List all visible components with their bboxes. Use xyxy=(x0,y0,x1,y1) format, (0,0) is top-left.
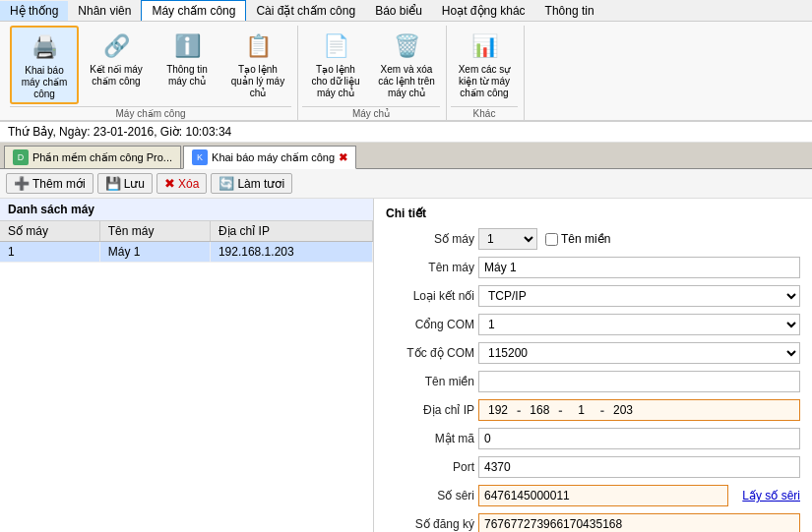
xem-su-kien-label: Xem các sự kiện từ máy chấm công xyxy=(456,64,513,99)
khai-bao-icon: 🖨️ xyxy=(27,30,62,65)
link-lay-so-seri[interactable]: Lấy số sêri xyxy=(742,489,800,502)
xoa-icon: ✖ xyxy=(164,176,175,191)
field-so-may: 1 Tên miền xyxy=(478,228,800,250)
cell-dia-chi-ip: 192.168.1.203 xyxy=(210,242,372,263)
label-ten-mien-field: Tên miền xyxy=(386,375,474,388)
ribbon-group-may-cham-cong: 🖨️ Khai báo máy chấm công 🔗 Kết nối máy … xyxy=(6,26,298,120)
them-moi-label: Thêm mới xyxy=(32,177,86,191)
btn-khai-bao-may[interactable]: 🖨️ Khai báo máy chấm công xyxy=(10,26,79,104)
row-so-may: Số máy 1 Tên miền xyxy=(386,228,800,250)
label-loai-ket-noi: Loại kết nối xyxy=(386,289,474,303)
luu-icon: 💾 xyxy=(105,176,121,191)
menu-may-cham-cong[interactable]: Máy chấm công xyxy=(141,0,246,21)
tao-lenh-cd-icon: 📄 xyxy=(318,29,353,64)
ip-seg-3[interactable] xyxy=(563,403,600,417)
menu-nhan-vien[interactable]: Nhân viên xyxy=(68,1,141,21)
ip-input-group: - - - xyxy=(478,399,800,421)
thong-tin-icon: ℹ️ xyxy=(169,29,205,64)
field-ten-may[interactable] xyxy=(478,257,800,278)
statusbar-text: Thứ Bảy, Ngày: 23-01-2016, Giờ: 10:03:34 xyxy=(8,125,231,139)
tab-khai-bao-icon: K xyxy=(192,149,208,165)
select-so-may[interactable]: 1 xyxy=(478,228,537,250)
list-header: Danh sách máy xyxy=(0,199,373,221)
ket-noi-icon: 🔗 xyxy=(98,29,134,64)
btn-luu[interactable]: 💾 Lưu xyxy=(97,173,153,194)
btn-them-moi[interactable]: ➕ Thêm mới xyxy=(6,173,94,194)
input-ten-may[interactable] xyxy=(478,257,800,278)
select-loai-ket-noi[interactable]: TCP/IP xyxy=(478,285,800,307)
ribbon-group-label-may-chu: Máy chủ xyxy=(302,106,440,120)
col-dia-chi-ip: Địa chỉ IP xyxy=(210,221,372,242)
menu-bao-bieu[interactable]: Báo biểu xyxy=(365,1,432,21)
col-so-may: Số máy xyxy=(0,221,99,242)
toolbar: ➕ Thêm mới 💾 Lưu ✖ Xóa 🔄 Làm tươi xyxy=(0,169,812,199)
row-toc-do-com: Tốc độ COM 115200 xyxy=(386,342,800,364)
tabs-bar: D Phần mềm chấm công Pro... K Khai báo m… xyxy=(0,143,812,169)
tab-khai-bao[interactable]: K Khai báo máy chấm công ✖ xyxy=(183,146,356,169)
label-so-may: Số máy xyxy=(386,232,474,246)
khai-bao-label: Khai báo máy chấm công xyxy=(16,65,73,100)
menu-thong-tin[interactable]: Thông tin xyxy=(535,1,604,21)
select-toc-do-com[interactable]: 115200 xyxy=(478,342,800,364)
menu-he-thong[interactable]: Hệ thống xyxy=(0,1,68,21)
row-port: Port xyxy=(386,456,800,478)
tab-khai-bao-label: Khai báo máy chấm công xyxy=(212,151,335,164)
row-cong-com: Cổng COM 1 xyxy=(386,314,800,335)
tab-phan-mem[interactable]: D Phần mềm chấm công Pro... xyxy=(4,146,181,168)
btn-xem-xoa-lenh[interactable]: 🗑️ Xem và xóa các lệnh trên máy chủ xyxy=(373,26,440,104)
btn-tao-lenh-quan-ly[interactable]: 📋 Tạo lệnh quản lý máy chủ xyxy=(224,26,291,104)
checkbox-ten-mien[interactable] xyxy=(545,233,558,246)
label-toc-do-com: Tốc độ COM xyxy=(386,346,474,360)
label-so-seri: Số sêri xyxy=(386,489,474,502)
btn-ket-noi-may[interactable]: 🔗 Kết nối máy chấm công xyxy=(83,26,150,104)
tao-lenh-ql-icon: 📋 xyxy=(240,29,276,64)
lam-tuoi-icon: 🔄 xyxy=(219,176,234,191)
lam-tuoi-label: Làm tươi xyxy=(237,177,284,191)
input-so-dang-ky[interactable] xyxy=(478,513,800,532)
label-mat-ma: Mật mã xyxy=(386,432,474,445)
xem-su-kien-icon: 📊 xyxy=(467,29,502,64)
label-cong-com: Cổng COM xyxy=(386,318,474,331)
list-panel: Danh sách máy Số máy Tên máy Địa chỉ IP … xyxy=(0,199,374,532)
ip-seg-4[interactable] xyxy=(604,403,642,417)
row-dia-chi-ip: Địa chỉ IP - - - xyxy=(386,399,800,421)
row-mat-ma: Mật mã xyxy=(386,428,800,449)
them-moi-icon: ➕ xyxy=(14,176,30,191)
xem-xoa-icon: 🗑️ xyxy=(389,29,424,64)
label-port: Port xyxy=(386,460,474,474)
ip-seg-1[interactable] xyxy=(479,403,517,417)
row-ten-may: Tên máy xyxy=(386,257,800,278)
input-ten-mien[interactable] xyxy=(478,371,800,392)
input-port[interactable] xyxy=(478,456,800,478)
ip-seg-2[interactable] xyxy=(521,403,558,417)
ribbon: 🖨️ Khai báo máy chấm công 🔗 Kết nối máy … xyxy=(0,22,812,122)
ribbon-group-khac: 📊 Xem các sự kiện từ máy chấm công Khác xyxy=(447,26,525,120)
main-content: Danh sách máy Số máy Tên máy Địa chỉ IP … xyxy=(0,199,812,532)
menu-hoat-dong-khac[interactable]: Hoạt động khác xyxy=(432,1,535,21)
btn-xem-su-kien[interactable]: 📊 Xem các sự kiện từ máy chấm công xyxy=(451,26,518,104)
ribbon-group-label-may-cham-cong: Máy chấm công xyxy=(10,106,291,120)
input-so-seri[interactable] xyxy=(478,485,728,506)
menu-cai-dat[interactable]: Cài đặt chấm công xyxy=(246,1,365,21)
input-mat-ma[interactable] xyxy=(478,428,800,449)
cell-so-may: 1 xyxy=(0,242,99,263)
select-cong-com[interactable]: 1 xyxy=(478,314,800,335)
btn-xoa[interactable]: ✖ Xóa xyxy=(156,173,207,194)
btn-tao-lenh-cho-du[interactable]: 📄 Tạo lệnh cho dữ liệu máy chủ xyxy=(302,26,369,104)
btn-lam-tuoi[interactable]: 🔄 Làm tươi xyxy=(211,173,292,194)
label-so-dang-ky: Số đăng ký xyxy=(386,517,474,531)
tao-lenh-cd-label: Tạo lệnh cho dữ liệu máy chủ xyxy=(307,64,364,99)
detail-panel: Chi tiết Số máy 1 Tên miền Tên máy xyxy=(374,199,812,532)
statusbar: Thứ Bảy, Ngày: 23-01-2016, Giờ: 10:03:34 xyxy=(0,122,812,143)
tab-khai-bao-close[interactable]: ✖ xyxy=(339,151,347,164)
table-row[interactable]: 1 Máy 1 192.168.1.203 xyxy=(0,242,373,263)
checkbox-ten-mien-label: Tên miền xyxy=(561,232,610,246)
detail-header: Chi tiết xyxy=(386,207,800,220)
btn-thong-tin-may-chu[interactable]: ℹ️ Thông tin máy chủ xyxy=(154,26,220,104)
cell-ten-may: Máy 1 xyxy=(99,242,210,263)
row-ten-mien: Tên miền xyxy=(386,371,800,392)
tao-lenh-ql-label: Tạo lệnh quản lý máy chủ xyxy=(229,64,286,99)
label-dia-chi-ip: Địa chỉ IP xyxy=(386,403,474,417)
xoa-label: Xóa xyxy=(178,177,199,191)
row-so-dang-ky: Số đăng ký xyxy=(386,513,800,532)
